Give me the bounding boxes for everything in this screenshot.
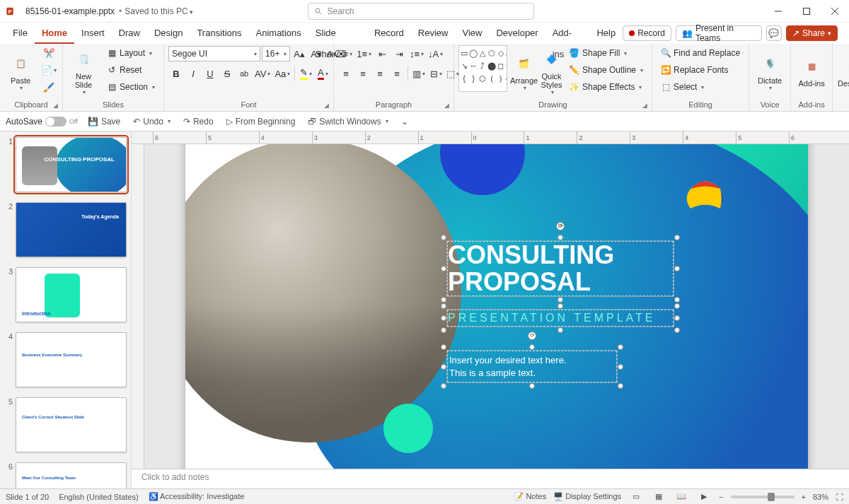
slide-counter[interactable]: Slide 1 of 20 — [6, 493, 49, 501]
tab-help[interactable]: Help — [589, 23, 623, 44]
font-name-combo[interactable]: Segoe UI — [168, 46, 260, 61]
window-minimize-button[interactable] — [764, 0, 792, 23]
layout-button[interactable]: ▦Layout — [103, 45, 159, 61]
font-color-button[interactable]: A — [315, 66, 330, 81]
slide-thumb-3[interactable]: Introduction — [16, 267, 127, 322]
quick-styles-button[interactable]: 🔷 Quick Styles — [541, 45, 562, 96]
tab-developer[interactable]: Developer — [489, 23, 545, 44]
undo-button[interactable]: ↶Undo — [130, 115, 173, 128]
select-button[interactable]: ⬚Select — [657, 79, 744, 95]
font-size-combo[interactable]: 16+ — [262, 46, 290, 61]
underline-button[interactable]: U — [202, 66, 218, 81]
redo-button[interactable]: ↷Redo — [180, 115, 216, 128]
shape-effects-button[interactable]: ✨Shape Effects — [565, 79, 647, 95]
paste-button[interactable]: 📋 Paste — [4, 45, 37, 96]
switch-windows-button[interactable]: 🗗Switch Windows — [305, 115, 391, 128]
bold-button[interactable]: B — [168, 66, 184, 81]
save-button[interactable]: 💾Save — [85, 115, 123, 128]
text-direction-button[interactable]: ↓A — [427, 46, 444, 61]
accessibility-status[interactable]: ♿ Accessibility: Investigate — [149, 492, 245, 501]
slide-canvas[interactable]: CONSULTING PROPOSAL ⟳ PRESENTATION TEMPL… — [185, 144, 808, 469]
slide-thumb-6[interactable]: Meet Our Consulting Team — [16, 462, 127, 488]
tab-transitions[interactable]: Transitions — [190, 23, 248, 44]
shadow-button[interactable]: ab — [236, 66, 252, 81]
notes-toggle[interactable]: 📝 Notes — [514, 492, 546, 501]
logo-shape[interactable] — [681, 174, 730, 223]
replace-button[interactable]: 🔁Replace Fonts — [657, 62, 744, 78]
decrease-indent-button[interactable]: ⇤ — [374, 46, 390, 61]
zoom-slider[interactable] — [731, 496, 795, 498]
fit-to-window-button[interactable]: ⛶ — [836, 493, 843, 501]
align-left-button[interactable]: ≡ — [338, 66, 354, 81]
shrink-font-button[interactable]: A▾ — [308, 46, 324, 61]
copy-button[interactable]: 📄 — [40, 62, 58, 78]
record-button[interactable]: Record — [623, 25, 671, 41]
drawing-launcher[interactable]: ◢ — [642, 100, 647, 110]
vertical-ruler[interactable] — [132, 144, 144, 469]
arrange-button[interactable]: 🗂️ Arrange — [510, 45, 538, 96]
tab-review[interactable]: Review — [411, 23, 456, 44]
display-settings[interactable]: 🖥️ Display Settings — [553, 492, 621, 501]
change-case-button[interactable]: Aa — [273, 66, 291, 81]
slide-thumb-4[interactable]: Business Executive Summary — [16, 332, 127, 387]
tab-addins[interactable]: Add-ins — [545, 23, 590, 44]
tab-draw[interactable]: Draw — [112, 23, 147, 44]
comments-button[interactable]: 💬 — [766, 25, 782, 41]
paragraph-launcher[interactable]: ◢ — [444, 100, 449, 110]
normal-view-button[interactable]: ▭ — [628, 491, 644, 503]
share-button[interactable]: ↗Share — [786, 25, 838, 41]
align-text-button[interactable]: ⊟ — [428, 66, 444, 81]
subtitle-textbox[interactable]: PRESENTATION TEMPLATE — [447, 310, 674, 327]
save-state-dropdown[interactable]: Saved to this PC — [123, 6, 193, 16]
clipboard-launcher[interactable]: ◢ — [53, 100, 58, 110]
grow-font-button[interactable]: A▴ — [291, 46, 307, 61]
sorter-view-button[interactable]: ▦ — [651, 491, 666, 503]
from-beginning-button[interactable]: ▷From Beginning — [224, 115, 299, 128]
numbering-button[interactable]: 1≡ — [355, 46, 373, 61]
align-right-button[interactable]: ≡ — [372, 66, 388, 81]
slide-thumb-5[interactable]: Client's Current Situation Slide — [16, 397, 127, 452]
tab-home[interactable]: Home — [35, 23, 74, 44]
font-launcher[interactable]: ◢ — [324, 100, 329, 110]
zoom-out-button[interactable]: − — [719, 493, 723, 501]
tab-view[interactable]: View — [455, 23, 489, 44]
shape-fill-button[interactable]: 🪣Shape Fill — [565, 45, 647, 61]
qat-customize-button[interactable]: ⌄ — [398, 115, 411, 128]
shapes-gallery[interactable]: ▭◯△⬠◇▱ ↘↔⤴⬤◻☆ {}⬡()⬭ — [458, 45, 507, 92]
strike-button[interactable]: S — [219, 66, 235, 81]
cut-button[interactable]: ✂️ — [40, 45, 58, 61]
present-in-teams-button[interactable]: 👥Present in Teams — [676, 25, 762, 41]
notes-pane[interactable]: Click to add notes — [132, 469, 849, 488]
language-status[interactable]: English (United States) — [59, 493, 139, 501]
slide-thumb-1[interactable]: CONSULTING PROPOSAL — [16, 137, 127, 192]
italic-button[interactable]: I — [185, 66, 201, 81]
tab-insert[interactable]: Insert — [74, 23, 112, 44]
highlight-button[interactable]: ✎ — [298, 66, 313, 81]
char-spacing-button[interactable]: AV — [253, 66, 272, 81]
search-input[interactable]: Search — [308, 3, 534, 20]
justify-button[interactable]: ≡ — [389, 66, 405, 81]
zoom-in-button[interactable]: + — [802, 493, 806, 501]
slide-thumbnail-panel[interactable]: 1 CONSULTING PROPOSAL 2 Today's Agenda 3… — [0, 131, 132, 488]
columns-button[interactable]: ▥ — [411, 66, 427, 81]
body-textbox[interactable]: Insert your desired text here. This is a… — [447, 351, 617, 382]
addins-button[interactable]: ▦ Add-ins — [795, 45, 828, 96]
tab-design[interactable]: Design — [147, 23, 190, 44]
new-slide-button[interactable]: 🗒️ New Slide — [67, 45, 100, 96]
tab-record[interactable]: Record — [367, 23, 411, 44]
designer-button[interactable]: ✳️ Designer — [837, 45, 849, 96]
align-center-button[interactable]: ≡ — [355, 66, 371, 81]
zoom-level[interactable]: 83% — [813, 493, 828, 501]
slideshow-view-button[interactable]: ▶ — [696, 491, 712, 503]
section-button[interactable]: ▤Section — [103, 79, 159, 95]
line-spacing-button[interactable]: ↕≡ — [408, 46, 425, 61]
reading-view-button[interactable]: 📖 — [674, 491, 689, 503]
dictate-button[interactable]: 🎙️ Dictate — [753, 45, 786, 96]
window-close-button[interactable] — [821, 0, 849, 23]
find-button[interactable]: 🔍Find and Replace — [657, 45, 744, 61]
reset-button[interactable]: ↺Reset — [103, 62, 159, 78]
tab-file[interactable]: File — [6, 23, 35, 44]
shape-outline-button[interactable]: ✏️Shape Outline — [565, 62, 647, 78]
bullets-button[interactable]: •≡ — [338, 46, 354, 61]
tab-animations[interactable]: Animations — [249, 23, 308, 44]
